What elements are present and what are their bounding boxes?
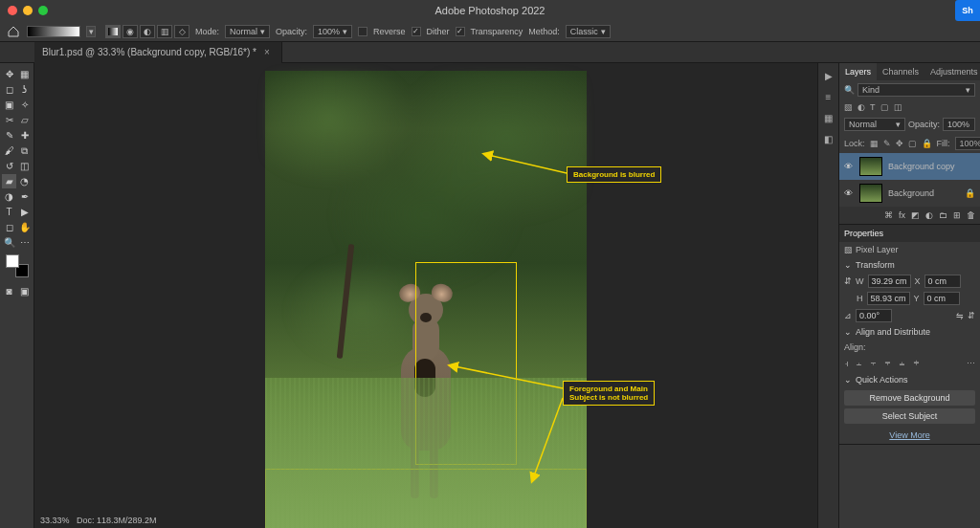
gradient-diamond-button[interactable]: ◇ xyxy=(174,25,189,38)
align-right-icon[interactable]: ⫟ xyxy=(869,359,878,368)
align-section[interactable]: Align and Distribute xyxy=(839,324,980,340)
edit-toolbar[interactable]: ⋯ xyxy=(17,235,32,250)
fill-select[interactable]: 100% xyxy=(955,137,980,150)
view-more-link[interactable]: View More xyxy=(839,427,980,444)
healing-tool[interactable]: ✚ xyxy=(17,128,32,143)
pen-tool[interactable]: ✒ xyxy=(17,189,32,204)
foreground-swatch[interactable] xyxy=(6,254,19,268)
quickmask-toggle[interactable]: ◙ xyxy=(2,284,16,298)
type-tool[interactable]: T xyxy=(2,205,16,219)
link-layers-icon[interactable]: ⌘ xyxy=(884,210,893,220)
close-tab-icon[interactable]: × xyxy=(264,47,270,57)
close-window-button[interactable] xyxy=(8,6,17,15)
align-more-icon[interactable]: ⋯ xyxy=(967,359,975,368)
delete-icon[interactable]: 🗑 xyxy=(967,210,975,220)
align-bottom-icon[interactable]: ⫩ xyxy=(912,359,921,368)
libraries-icon[interactable]: ◧ xyxy=(822,132,835,145)
screenmode-toggle[interactable]: ▣ xyxy=(17,284,32,298)
frame-tool[interactable]: ▱ xyxy=(17,113,32,127)
maximize-window-button[interactable] xyxy=(38,6,48,15)
dodge-tool[interactable]: ◑ xyxy=(2,189,16,204)
artboard-tool[interactable]: ▦ xyxy=(17,67,32,81)
layer-name[interactable]: Background copy xyxy=(888,162,955,171)
home-icon[interactable] xyxy=(6,25,21,38)
flip-h-icon[interactable]: ⇋ xyxy=(956,311,964,320)
canvas-area[interactable]: Background is blurred Foreground and Mai… xyxy=(34,63,817,528)
gradient-preview[interactable] xyxy=(27,26,80,37)
marquee-tool[interactable]: ◻ xyxy=(2,82,16,97)
layer-thumbnail[interactable] xyxy=(859,157,882,176)
flip-v-icon[interactable]: ⇵ xyxy=(968,311,975,320)
opacity-select[interactable]: 100%▾ xyxy=(313,25,352,38)
path-select-tool[interactable]: ▶ xyxy=(17,205,32,219)
adjustment-icon[interactable]: ◐ xyxy=(925,210,933,220)
layer-thumbnail[interactable] xyxy=(859,184,882,203)
lock-all-icon[interactable]: 🔒 xyxy=(922,139,932,148)
transparency-check[interactable] xyxy=(456,27,465,36)
status-zoom[interactable]: 33.33% xyxy=(40,516,70,525)
zoom-tool[interactable]: 🔍 xyxy=(2,235,16,250)
play-icon[interactable]: ▶ xyxy=(822,69,835,82)
magic-wand-tool[interactable]: ✧ xyxy=(17,98,32,112)
filter-pixel-icon[interactable]: ▧ xyxy=(844,102,853,112)
shape-tool[interactable]: ◻ xyxy=(2,220,16,234)
minimize-window-button[interactable] xyxy=(23,6,33,15)
gradient-picker-button[interactable]: ▾ xyxy=(86,26,96,37)
align-left-icon[interactable]: ⫞ xyxy=(844,359,849,368)
tab-adjustments[interactable]: Adjustments xyxy=(924,63,980,80)
eyedropper-tool[interactable]: ✎ xyxy=(2,128,16,143)
history-brush-tool[interactable]: ↺ xyxy=(2,159,16,173)
align-hcenter-icon[interactable]: ⫠ xyxy=(855,359,863,368)
filter-shape-icon[interactable]: ▢ xyxy=(880,102,889,112)
crop-tool[interactable]: ✂ xyxy=(2,113,16,127)
layer-opacity-select[interactable]: 100% xyxy=(943,118,975,131)
filter-type-icon[interactable]: T xyxy=(870,102,876,112)
swatches-icon[interactable]: ▦ xyxy=(822,111,835,124)
layer-blend-select[interactable]: Normal▾ xyxy=(844,118,905,131)
lock-position-icon[interactable]: ✥ xyxy=(896,139,903,148)
quick-actions-section[interactable]: Quick Actions xyxy=(839,372,980,387)
layer-row[interactable]: 👁 Background 🔒 xyxy=(839,180,980,207)
filter-adjust-icon[interactable]: ◐ xyxy=(858,102,865,112)
lock-transparency-icon[interactable]: ▦ xyxy=(870,139,879,148)
visibility-icon[interactable]: 👁 xyxy=(844,162,854,171)
group-icon[interactable]: 🗀 xyxy=(939,210,947,220)
eraser-tool[interactable]: ◫ xyxy=(17,159,32,173)
layer-name[interactable]: Background xyxy=(888,188,934,198)
gradient-reflected-button[interactable]: ▥ xyxy=(157,25,172,38)
brush-tool[interactable]: 🖌 xyxy=(2,143,16,158)
reverse-check[interactable] xyxy=(358,27,368,36)
lock-pixels-icon[interactable]: ✎ xyxy=(883,139,891,148)
link-wh-icon[interactable]: ⇵ xyxy=(844,276,852,286)
fx-icon[interactable]: fx xyxy=(899,210,905,220)
gradient-tool[interactable]: ▰ xyxy=(2,174,16,188)
align-top-icon[interactable]: ⫧ xyxy=(883,359,892,368)
new-layer-icon[interactable]: ⊞ xyxy=(953,210,961,220)
document-canvas[interactable] xyxy=(265,71,587,528)
gradient-radial-button[interactable]: ◉ xyxy=(122,25,138,38)
y-input[interactable]: 0 cm xyxy=(924,292,960,305)
transform-section[interactable]: Transform xyxy=(839,257,980,273)
tab-channels[interactable]: Channels xyxy=(877,63,924,80)
visibility-icon[interactable]: 👁 xyxy=(844,188,854,198)
move-tool[interactable]: ✥ xyxy=(2,67,16,81)
object-select-tool[interactable]: ▣ xyxy=(2,98,16,112)
share-button[interactable]: Sh xyxy=(955,0,980,21)
angle-input[interactable]: 0.00° xyxy=(856,309,892,322)
gradient-angle-button[interactable]: ◐ xyxy=(140,25,155,38)
history-icon[interactable]: ≡ xyxy=(822,90,835,103)
document-tab[interactable]: Blur1.psd @ 33.3% (Background copy, RGB/… xyxy=(34,42,282,63)
align-vcenter-icon[interactable]: ⫨ xyxy=(898,359,906,368)
remove-background-button[interactable]: Remove Background xyxy=(844,390,975,406)
blend-mode-select[interactable]: Normal▾ xyxy=(225,25,270,38)
clone-tool[interactable]: ⧉ xyxy=(17,143,32,158)
dither-check[interactable] xyxy=(412,27,421,36)
gradient-linear-button[interactable] xyxy=(105,25,121,38)
layer-row[interactable]: 👁 Background copy xyxy=(839,153,980,180)
hand-tool[interactable]: ✋ xyxy=(17,220,32,234)
layer-filter-select[interactable]: Kind▾ xyxy=(858,83,975,97)
w-input[interactable]: 39.29 cm xyxy=(868,275,911,288)
x-input[interactable]: 0 cm xyxy=(924,275,961,288)
mask-icon[interactable]: ◩ xyxy=(911,210,920,220)
h-input[interactable]: 58.93 cm xyxy=(867,292,910,305)
